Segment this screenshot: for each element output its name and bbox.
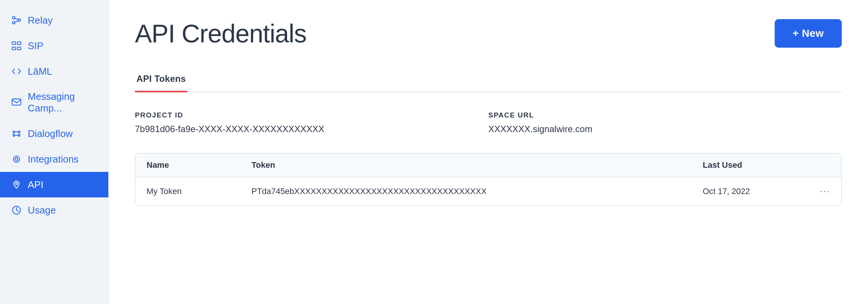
sidebar-item-messaging-label: Messaging Camp... — [28, 91, 98, 114]
token-name: My Token — [147, 187, 251, 196]
sidebar-item-relay[interactable]: Relay — [0, 8, 108, 33]
sidebar-item-integrations[interactable]: Integrations — [0, 146, 108, 172]
space-url-value: XXXXXXX.signalwire.com — [488, 124, 842, 134]
project-id-block: PROJECT ID 7b981d06-fa9e-XXXX-XXXX-XXXXX… — [135, 111, 488, 134]
sidebar-item-relay-label: Relay — [28, 15, 52, 26]
project-id-value: 7b981d06-fa9e-XXXX-XXXX-XXXXXXXXXXXX — [135, 124, 488, 134]
main-content: API Credentials + New API Tokens PROJECT… — [109, 0, 868, 304]
relay-icon — [10, 14, 22, 26]
col-header-last-used: Last Used — [703, 160, 808, 170]
svg-point-12 — [13, 134, 15, 136]
sidebar-item-dialogflow-label: Dialogflow — [28, 128, 73, 140]
token-actions-button[interactable]: ··· — [808, 185, 830, 197]
sidebar-item-api[interactable]: API — [0, 172, 108, 197]
svg-rect-6 — [17, 42, 21, 45]
tab-api-tokens[interactable]: API Tokens — [135, 67, 187, 92]
sidebar-item-laml-label: LāML — [28, 66, 52, 77]
dialogflow-icon — [10, 128, 22, 140]
laml-icon — [10, 65, 22, 77]
svg-point-10 — [13, 131, 15, 133]
project-info: PROJECT ID 7b981d06-fa9e-XXXX-XXXX-XXXXX… — [135, 111, 842, 134]
sidebar-item-integrations-label: Integrations — [28, 154, 79, 165]
messaging-icon — [10, 96, 22, 108]
token-value: PTda745ebXXXXXXXXXXXXXXXXXXXXXXXXXXXXXXX… — [251, 187, 703, 196]
table-header: Name Token Last Used — [135, 154, 841, 177]
token-last-used: Oct 17, 2022 — [703, 187, 808, 196]
tokens-table: Name Token Last Used My Token PTda745ebX… — [135, 153, 842, 206]
sidebar-item-sip-label: SIP — [28, 40, 43, 52]
sidebar-item-dialogflow[interactable]: Dialogflow — [0, 121, 108, 146]
project-id-label: PROJECT ID — [135, 111, 488, 119]
svg-rect-8 — [17, 47, 21, 50]
tab-api-tokens-label: API Tokens — [136, 74, 186, 84]
svg-rect-7 — [12, 47, 15, 50]
sidebar: Relay SIP LāML Messagin — [0, 0, 109, 304]
api-icon — [10, 179, 22, 191]
usage-icon — [10, 204, 22, 216]
tabs-bar: API Tokens — [135, 67, 842, 92]
space-url-label: SPACE URL — [488, 111, 842, 119]
svg-point-13 — [18, 134, 20, 136]
sip-icon — [10, 40, 22, 52]
svg-line-3 — [15, 18, 18, 20]
integrations-icon — [10, 153, 22, 165]
sidebar-item-usage[interactable]: Usage — [0, 197, 108, 223]
svg-rect-0 — [13, 17, 15, 19]
col-header-token: Token — [251, 160, 703, 170]
sidebar-item-api-label: API — [28, 179, 43, 191]
page-title: API Credentials — [135, 19, 306, 48]
sidebar-item-usage-label: Usage — [28, 205, 56, 216]
svg-point-19 — [16, 183, 18, 185]
sidebar-item-laml[interactable]: LāML — [0, 59, 108, 84]
space-url-block: SPACE URL XXXXXXX.signalwire.com — [488, 111, 842, 134]
svg-rect-1 — [13, 22, 15, 24]
new-button-label: + New — [793, 27, 824, 39]
svg-point-11 — [18, 131, 20, 133]
table-row: My Token PTda745ebXXXXXXXXXXXXXXXXXXXXXX… — [135, 177, 841, 205]
svg-point-18 — [15, 158, 18, 161]
new-button[interactable]: + New — [775, 19, 842, 48]
svg-rect-5 — [12, 42, 15, 45]
svg-rect-9 — [12, 99, 21, 105]
svg-rect-2 — [18, 19, 21, 21]
sidebar-item-messaging[interactable]: Messaging Camp... — [0, 84, 108, 121]
sidebar-item-sip[interactable]: SIP — [0, 33, 108, 59]
header-row: API Credentials + New — [135, 19, 842, 48]
col-header-name: Name — [147, 160, 251, 170]
svg-line-4 — [15, 21, 18, 23]
